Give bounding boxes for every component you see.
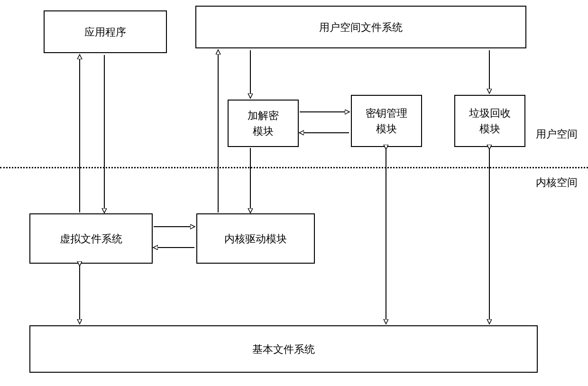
- box-basefs-label: 基本文件系统: [252, 341, 315, 357]
- box-keymgr-label: 密钥管理 模块: [366, 105, 407, 137]
- box-userfs-label: 用户空间文件系统: [319, 19, 403, 35]
- box-app-label: 应用程序: [84, 24, 126, 40]
- box-userfs: 用户空间文件系统: [195, 6, 526, 48]
- box-keymgr: 密钥管理 模块: [351, 95, 422, 147]
- label-kernelspace: 内核空间: [536, 175, 578, 190]
- box-kdrv: 内核驱动模块: [196, 213, 315, 264]
- box-gc: 垃圾回收 模块: [454, 95, 525, 147]
- box-crypto-label: 加解密 模块: [248, 108, 279, 139]
- label-userspace: 用户空间: [536, 127, 578, 141]
- box-basefs: 基本文件系统: [29, 325, 538, 373]
- box-vfs-label: 虚拟文件系统: [60, 231, 122, 247]
- box-vfs: 虚拟文件系统: [29, 213, 153, 264]
- box-app: 应用程序: [44, 10, 167, 53]
- divider: [0, 167, 588, 168]
- box-crypto: 加解密 模块: [228, 100, 299, 147]
- box-kdrv-label: 内核驱动模块: [224, 231, 287, 247]
- box-gc-label: 垃圾回收 模块: [469, 105, 511, 137]
